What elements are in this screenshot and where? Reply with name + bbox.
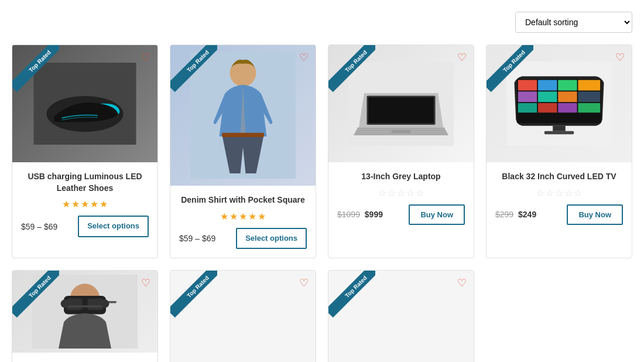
wishlist-btn-vr[interactable]: ♡ bbox=[140, 276, 152, 289]
product-image-vr: ♡ bbox=[12, 271, 157, 353]
tv-icon bbox=[506, 60, 612, 148]
star-4: ★ bbox=[90, 199, 98, 210]
star-4: ☆ bbox=[564, 187, 573, 199]
svg-point-32 bbox=[61, 300, 69, 308]
star-5: ★ bbox=[100, 199, 108, 210]
shirt-model-icon bbox=[190, 51, 296, 180]
star-2: ☆ bbox=[388, 187, 396, 199]
vr-icon bbox=[32, 274, 138, 350]
svg-rect-21 bbox=[558, 103, 577, 112]
svg-rect-23 bbox=[553, 126, 566, 131]
star-3: ★ bbox=[81, 199, 89, 210]
badge-top-rated-p7 bbox=[328, 271, 375, 317]
empty-slot bbox=[486, 270, 632, 362]
star-5: ☆ bbox=[574, 187, 582, 199]
star-5: ★ bbox=[258, 211, 266, 222]
product-image-denim-shirt: ♡ bbox=[170, 45, 316, 186]
stars-denim-shirt: ★ ★ ★ ★ ★ bbox=[179, 211, 307, 222]
svg-rect-20 bbox=[538, 103, 557, 112]
stars-tv: ☆ ☆ ☆ ☆ ☆ bbox=[495, 187, 623, 199]
wishlist-btn-laptop[interactable]: ♡ bbox=[456, 51, 468, 64]
svg-rect-19 bbox=[518, 103, 537, 112]
star-5: ☆ bbox=[416, 187, 424, 199]
price-tv: $299 $249 bbox=[495, 210, 536, 219]
star-1: ☆ bbox=[536, 187, 544, 199]
product-card-vr: ♡ bbox=[12, 270, 158, 362]
svg-rect-12 bbox=[538, 80, 557, 91]
svg-rect-16 bbox=[538, 91, 557, 102]
wishlist-btn-tv[interactable]: ♡ bbox=[614, 51, 626, 64]
product-image-usb-shoes: ♡ bbox=[12, 45, 157, 162]
product-image-tv: ♡ bbox=[487, 45, 632, 162]
product-image-partial-6: ♡ bbox=[170, 271, 316, 353]
product-card-partial-7: ♡ bbox=[328, 270, 474, 362]
product-title-usb-shoes: USB charging Luminous LED Leather Shoes bbox=[21, 171, 149, 194]
product-info-laptop: 13-Inch Grey Laptop ☆ ☆ ☆ ☆ ☆ $1099 $999… bbox=[328, 162, 474, 234]
product-info-usb-shoes: USB charging Luminous LED Leather Shoes … bbox=[12, 162, 157, 246]
price-action-denim-shirt: $59 – $69 Select options bbox=[179, 228, 307, 250]
buy-now-btn-laptop[interactable]: Buy Now bbox=[409, 204, 465, 225]
product-card-partial-6: ♡ bbox=[170, 270, 316, 362]
toolbar: Default sorting Sort by popularity Sort … bbox=[12, 12, 632, 33]
svg-point-33 bbox=[101, 300, 109, 308]
star-3: ★ bbox=[239, 211, 247, 222]
product-title-tv: Black 32 Inch Curved LED TV bbox=[495, 171, 623, 183]
svg-rect-7 bbox=[368, 97, 434, 123]
star-3: ☆ bbox=[555, 187, 563, 199]
star-2: ★ bbox=[229, 211, 238, 222]
star-2: ☆ bbox=[546, 187, 554, 199]
star-1: ★ bbox=[62, 199, 70, 210]
star-1: ★ bbox=[220, 211, 228, 222]
price-laptop: $1099 $999 bbox=[337, 210, 383, 219]
badge-top-rated-p6 bbox=[170, 271, 217, 317]
svg-rect-14 bbox=[578, 80, 600, 91]
svg-rect-15 bbox=[518, 91, 537, 102]
wishlist-btn-p7[interactable]: ♡ bbox=[456, 276, 468, 289]
product-title-laptop: 13-Inch Grey Laptop bbox=[337, 171, 465, 183]
select-options-btn-usb-shoes[interactable]: Select options bbox=[78, 216, 149, 237]
svg-rect-24 bbox=[544, 131, 574, 134]
product-card-usb-shoes: ♡ USB charging Luminous LED Leather Shoe… bbox=[12, 45, 158, 258]
svg-rect-30 bbox=[65, 306, 105, 308]
wishlist-btn-usb-shoes[interactable]: ♡ bbox=[140, 51, 152, 64]
star-4: ☆ bbox=[406, 187, 415, 199]
star-4: ★ bbox=[248, 211, 256, 222]
sort-select[interactable]: Default sorting Sort by popularity Sort … bbox=[515, 12, 632, 33]
product-card-denim-shirt: ♡ bbox=[170, 45, 316, 258]
stars-usb-shoes: ★ ★ ★ ★ ★ bbox=[21, 199, 149, 210]
svg-rect-18 bbox=[578, 91, 600, 102]
product-image-laptop: ♡ bbox=[328, 45, 474, 162]
laptop-icon bbox=[348, 60, 454, 148]
product-card-tv: ♡ bbox=[486, 45, 632, 258]
buy-now-btn-tv[interactable]: Buy Now bbox=[567, 204, 623, 225]
page-wrapper: Default sorting Sort by popularity Sort … bbox=[0, 0, 644, 362]
stars-laptop: ☆ ☆ ☆ ☆ ☆ bbox=[337, 187, 465, 199]
price-usb-shoes: $59 – $69 bbox=[21, 222, 57, 231]
wishlist-btn-p6[interactable]: ♡ bbox=[298, 276, 310, 289]
price-action-laptop: $1099 $999 Buy Now bbox=[337, 204, 465, 225]
svg-rect-22 bbox=[578, 103, 600, 112]
products-grid: ♡ USB charging Luminous LED Leather Shoe… bbox=[12, 45, 632, 258]
price-denim-shirt: $59 – $69 bbox=[179, 234, 215, 243]
product-title-denim-shirt: Denim Shirt with Pocket Square bbox=[179, 194, 307, 206]
price-action-tv: $299 $249 Buy Now bbox=[495, 204, 623, 225]
price-action-usb-shoes: $59 – $69 Select options bbox=[21, 216, 149, 237]
star-1: ☆ bbox=[378, 187, 386, 199]
svg-rect-4 bbox=[222, 133, 264, 137]
product-card-laptop: ♡ 13-Inch Grey Laptop bbox=[328, 45, 474, 258]
svg-rect-13 bbox=[558, 80, 577, 91]
svg-rect-8 bbox=[392, 130, 410, 133]
svg-rect-11 bbox=[518, 80, 537, 91]
products-grid-row2: ♡ bbox=[12, 270, 632, 362]
shoes-icon bbox=[32, 63, 138, 145]
wishlist-btn-denim-shirt[interactable]: ♡ bbox=[298, 51, 310, 64]
select-options-btn-denim-shirt[interactable]: Select options bbox=[236, 228, 307, 250]
star-3: ☆ bbox=[397, 187, 405, 199]
star-2: ★ bbox=[71, 199, 80, 210]
product-info-tv: Black 32 Inch Curved LED TV ☆ ☆ ☆ ☆ ☆ $2… bbox=[487, 162, 632, 234]
product-info-denim-shirt: Denim Shirt with Pocket Square ★ ★ ★ ★ ★… bbox=[170, 186, 316, 258]
svg-rect-17 bbox=[558, 91, 577, 102]
product-image-partial-7: ♡ bbox=[328, 271, 474, 353]
